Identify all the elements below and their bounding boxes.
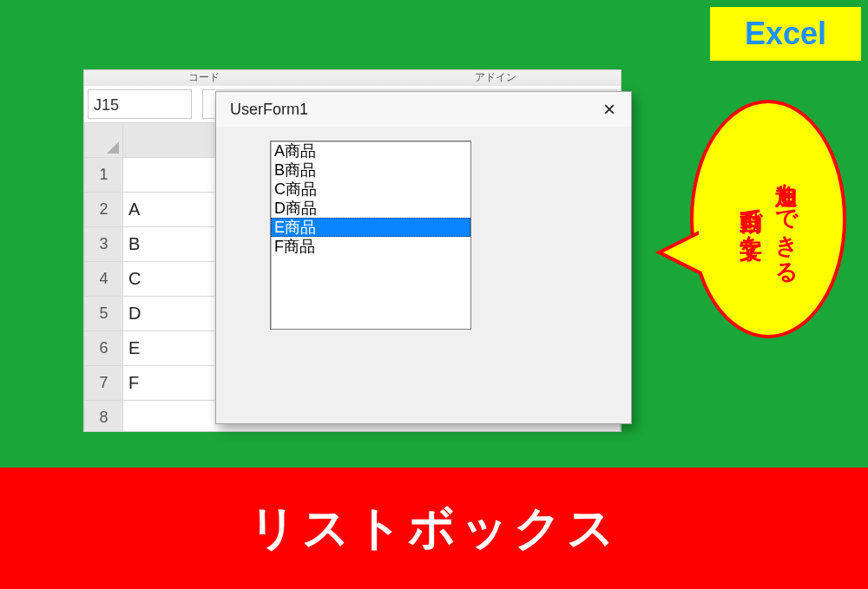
dialog-titlebar[interactable]: UserForm1 × <box>216 92 631 127</box>
excel-badge: Excel <box>710 7 861 61</box>
list-item[interactable]: A商品 <box>271 141 470 160</box>
footer-bar: リストボックス <box>0 468 868 589</box>
speech-bubble: 自動で文字を 追加もできる <box>690 100 846 338</box>
list-item[interactable]: E商品 <box>271 218 470 237</box>
row-header[interactable]: 5 <box>85 297 123 331</box>
row-header[interactable]: 6 <box>85 331 123 366</box>
ribbon-hint-right: アドイン <box>475 70 516 86</box>
speech-line-2: 追加もできる <box>772 167 801 272</box>
row-header[interactable]: 4 <box>85 262 123 297</box>
userform-dialog: UserForm1 × A商品 B商品 C商品 D商品 E商品 F商品 <box>215 91 632 424</box>
row-header[interactable]: 2 <box>85 193 123 227</box>
row-header[interactable]: 7 <box>85 366 123 401</box>
ribbon-hint-left: コード <box>188 70 220 86</box>
name-box[interactable]: J15 <box>88 89 192 119</box>
row-header[interactable]: 1 <box>85 158 123 193</box>
list-item[interactable]: B商品 <box>271 160 470 180</box>
list-item[interactable]: C商品 <box>271 180 470 199</box>
close-icon[interactable]: × <box>598 99 621 120</box>
footer-title: リストボックス <box>249 497 620 560</box>
listbox[interactable]: A商品 B商品 C商品 D商品 E商品 F商品 <box>270 141 471 330</box>
row-header[interactable]: 8 <box>85 401 123 433</box>
list-item[interactable]: D商品 <box>271 199 470 218</box>
row-header[interactable]: 3 <box>85 227 123 262</box>
dialog-title-text: UserForm1 <box>230 101 308 119</box>
excel-badge-label: Excel <box>745 16 826 51</box>
speech-line-1: 自動で文字を <box>735 193 765 245</box>
ribbon-strip: コード アドイン <box>84 70 621 86</box>
select-all-corner[interactable] <box>85 123 123 158</box>
list-item[interactable]: F商品 <box>271 237 470 256</box>
